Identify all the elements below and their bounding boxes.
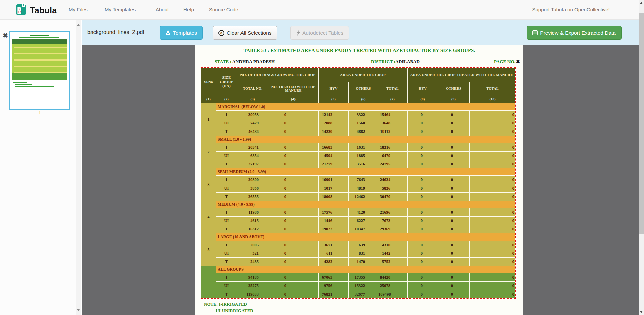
pdf-state-label: STATE : ANDHRA PRADESH [215, 59, 275, 64]
nav-help[interactable]: Help [183, 0, 194, 19]
brand-title: Tabula [30, 6, 57, 15]
browser-scrollbar[interactable] [639, 0, 644, 315]
nav-support-link[interactable]: Support Tabula on OpenCollective! [532, 0, 610, 19]
thumb-note-line [15, 86, 54, 87]
thumb-note-line [13, 82, 27, 83]
toolbar: background_lines_2.pdf Templates ✕ Clear… [82, 20, 639, 45]
thumb-title-line [19, 37, 59, 38]
thumb-selection-outline [11, 39, 67, 81]
pdf-table-title: TABLE 5J : ESTIMATED AREA UNDER PADDY TR… [195, 48, 523, 53]
autodetect-tables-button[interactable]: Autodetect Tables [290, 26, 349, 40]
preview-export-button[interactable]: Preview & Export Extracted Data [527, 26, 622, 40]
pdf-page-no-label: PAGE NO. 1 [494, 59, 519, 64]
pdf-note-line-1: NOTE: I-IRRIGATED [204, 302, 247, 307]
tabula-logo-icon [16, 3, 26, 18]
scrollbar-up-icon[interactable] [640, 2, 643, 4]
templates-icon [165, 30, 171, 35]
thumb-note-line [15, 84, 32, 85]
pdf-district-label: DISTRICT :ADILABAD [371, 59, 420, 64]
scroll-up-icon[interactable] [77, 24, 80, 26]
pdf-page[interactable]: TABLE 5J : ESTIMATED AREA UNDER PADDY TR… [195, 45, 523, 315]
scrollbar-thumb[interactable] [639, 13, 644, 234]
clear-selections-icon: ✕ [218, 30, 224, 36]
autodetect-label: Autodetect Tables [302, 30, 343, 36]
pdf-viewer-area: TABLE 5J : ESTIMATED AREA UNDER PADDY TR… [82, 45, 639, 315]
table-list-icon [532, 30, 538, 35]
page-thumbnails-sidebar: ✖ 1 [0, 20, 76, 315]
templates-button[interactable]: Templates [160, 26, 203, 40]
scrollbar-down-icon[interactable] [640, 311, 643, 313]
pdf-note-line-2: UI-UNIRRIGATED [216, 308, 253, 313]
selection-close-icon[interactable]: ✖ [516, 59, 520, 65]
brand-link[interactable]: Tabula [16, 3, 57, 18]
document-filename: background_lines_2.pdf [87, 29, 144, 35]
lightning-icon [296, 30, 300, 36]
preview-export-label: Preview & Export Extracted Data [540, 30, 616, 36]
clear-all-selections-button[interactable]: ✕ Clear All Selections [213, 26, 277, 40]
thumb-title-line [30, 35, 49, 36]
nav-source-code[interactable]: Source Code [209, 0, 238, 19]
page-number-label: 1 [9, 109, 70, 115]
remove-page-icon[interactable]: ✖ [3, 32, 8, 39]
scroll-down-icon[interactable] [77, 309, 80, 311]
nav-my-templates[interactable]: My Templates [105, 0, 136, 19]
clear-selections-label: Clear All Selections [227, 30, 272, 36]
page-1-thumbnail[interactable] [9, 31, 70, 110]
nav-about[interactable]: About [156, 0, 169, 19]
sidebar-scrollbar[interactable] [76, 20, 81, 315]
table-selection-box[interactable] [201, 67, 516, 299]
templates-label: Templates [173, 30, 197, 36]
nav-my-files[interactable]: My Files [69, 0, 88, 19]
navbar: Tabula My Files My Templates About Help … [0, 0, 639, 20]
